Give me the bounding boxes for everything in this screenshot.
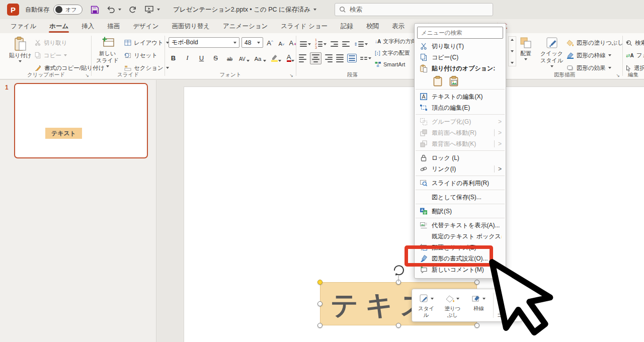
font-name-combo[interactable]: モボ-Bold bbox=[169, 37, 239, 48]
numbering-button[interactable]: 123 bbox=[315, 38, 327, 50]
menu-item-24[interactable]: 図形の書式設定(O)... bbox=[415, 253, 506, 264]
submenu-divider bbox=[494, 140, 495, 147]
selection-handle-6[interactable] bbox=[396, 323, 401, 328]
size-position-icon bbox=[420, 243, 428, 252]
align-right-button[interactable] bbox=[325, 54, 333, 62]
mini-outline-button[interactable]: 枠線 bbox=[466, 291, 492, 319]
menu-item-13[interactable]: リンク(I)> bbox=[415, 163, 506, 175]
menu-item-12[interactable]: ロック (L) bbox=[415, 152, 506, 163]
menu-item-15[interactable]: スライドの再利用(R) bbox=[415, 178, 506, 189]
text-highlight-button[interactable] bbox=[271, 52, 281, 63]
tab-9[interactable]: 校閲 bbox=[360, 19, 385, 33]
tab-7[interactable]: スライド ショー bbox=[274, 19, 334, 33]
shadow-strike-button[interactable]: ab bbox=[225, 52, 234, 63]
find-button[interactable]: 検索と bbox=[626, 37, 644, 48]
mini-style-button[interactable]: スタイ ル bbox=[413, 291, 439, 319]
italic-button[interactable]: I bbox=[183, 52, 192, 63]
redo-icon[interactable] bbox=[128, 5, 137, 14]
menu-item-17[interactable]: 図として保存(S)... bbox=[415, 192, 506, 203]
menu-item-21[interactable]: 代替テキストを表示(A)... bbox=[415, 220, 506, 231]
selection-handle-1[interactable] bbox=[396, 280, 401, 285]
tab-5[interactable]: 画面切り替え bbox=[165, 19, 216, 33]
decrease-font-button[interactable]: A˅ bbox=[277, 37, 286, 48]
smartart-label: SmartArt bbox=[383, 61, 405, 67]
paste-keep-source-icon[interactable] bbox=[432, 75, 444, 87]
shape-outline-button[interactable]: 図形の枠線 bbox=[567, 50, 629, 61]
menu-item-22[interactable]: 既定のテキスト ボックスに設定(D) bbox=[415, 231, 506, 242]
selection-handle-2[interactable] bbox=[474, 280, 479, 285]
slideshow-icon[interactable] bbox=[144, 5, 154, 14]
outline-icon bbox=[472, 295, 481, 303]
increase-indent-button[interactable] bbox=[342, 41, 350, 47]
menu-item-6[interactable]: 頂点の編集(E) bbox=[415, 102, 506, 113]
mini-toolbar: スタイ ル 塗りつ ぶし 枠線 新しい コメント bbox=[412, 289, 522, 322]
tab-1[interactable]: ホーム bbox=[43, 19, 75, 33]
layout-button[interactable]: レイアウト bbox=[124, 37, 169, 48]
reset-button[interactable]: リセット bbox=[124, 50, 169, 61]
justify-button[interactable] bbox=[336, 54, 344, 62]
selection-handle-7[interactable] bbox=[474, 323, 479, 328]
underline-button[interactable]: U bbox=[197, 52, 206, 63]
shape-gallery-scroll[interactable] bbox=[508, 36, 516, 66]
align-center-button[interactable] bbox=[310, 52, 321, 64]
arrange-dropdown-icon bbox=[524, 58, 527, 60]
undo-icon[interactable] bbox=[106, 5, 115, 14]
search-box[interactable]: 検索 bbox=[335, 3, 493, 16]
menu-search-input[interactable]: メニューの検索 bbox=[417, 27, 503, 39]
tab-8[interactable]: 記録 bbox=[334, 19, 360, 33]
tab-4[interactable]: デザイン bbox=[126, 19, 165, 33]
increase-font-button[interactable]: A^ bbox=[265, 37, 275, 48]
mini-new-comment-button[interactable]: 新しい コメント bbox=[495, 291, 521, 319]
strikethrough-button[interactable]: S bbox=[211, 52, 220, 63]
selection-handle-5[interactable] bbox=[317, 323, 323, 328]
slide-thumbnail[interactable]: テキスト bbox=[14, 83, 148, 158]
replace-fonts-button[interactable]: ⇄A フォント bbox=[626, 50, 644, 61]
autosave-toggle[interactable]: オフ bbox=[53, 5, 83, 15]
font-color-button[interactable]: A bbox=[286, 52, 295, 63]
save-icon[interactable] bbox=[91, 6, 99, 14]
bullets-button[interactable] bbox=[300, 41, 311, 47]
slide-thumbnail-panel[interactable]: 1 テキスト bbox=[0, 80, 156, 342]
smartart-button[interactable]: SmartArt bbox=[375, 59, 420, 69]
menu-item-23[interactable]: 配置とサイズ(Z) bbox=[415, 242, 506, 253]
bold-button[interactable]: B bbox=[169, 52, 178, 63]
columns-button[interactable] bbox=[360, 57, 371, 60]
menu-item-25[interactable]: 新しいコメント(M) bbox=[415, 264, 506, 275]
font-dialog-launcher-icon[interactable]: ↘ bbox=[289, 73, 293, 78]
paste-button[interactable]: 貼り付け bbox=[9, 36, 32, 62]
decrease-indent-button[interactable] bbox=[331, 41, 338, 47]
line-spacing-button[interactable]: ⇕ bbox=[354, 41, 368, 47]
tab-0[interactable]: ファイル bbox=[4, 19, 43, 33]
font-size-combo[interactable]: 48 bbox=[242, 37, 263, 48]
paste-picture-icon[interactable] bbox=[448, 75, 460, 87]
adjust-handle[interactable] bbox=[317, 280, 323, 285]
align-left-button[interactable] bbox=[299, 54, 306, 62]
text-direction-button[interactable]: ↓A 文字列の方向 bbox=[375, 36, 420, 46]
align-text-button[interactable]: [↕] 文字の配置 bbox=[375, 48, 420, 58]
document-title[interactable]: プレゼンテーション2.pptx • この PC に保存済み bbox=[173, 6, 316, 14]
menu-item-5[interactable]: テキストの編集(X) bbox=[415, 91, 506, 102]
drawing-dialog-launcher-icon[interactable]: ↘ bbox=[616, 73, 620, 78]
tab-2[interactable]: 挿入 bbox=[75, 19, 101, 33]
tab-6[interactable]: アニメーション bbox=[216, 19, 274, 33]
ribbon-group-paragraph: 123 ⇕ ↓A 文字列の方向 [↕] 文字の配置 bbox=[297, 33, 414, 79]
layout-icon bbox=[124, 40, 131, 46]
distribute-button[interactable] bbox=[347, 54, 357, 62]
change-case-button[interactable]: Aa bbox=[254, 52, 266, 63]
arrange-button[interactable]: 配置 bbox=[519, 36, 532, 60]
tab-10[interactable]: 表示 bbox=[385, 19, 411, 33]
selection-handle-3[interactable] bbox=[317, 301, 323, 306]
tab-3[interactable]: 描画 bbox=[101, 19, 126, 33]
clipboard-dialog-launcher-icon[interactable]: ↘ bbox=[85, 73, 89, 78]
menu-item-1[interactable]: コピー(C) bbox=[415, 52, 506, 63]
menu-item-19[interactable]: 翻訳(S) bbox=[415, 206, 506, 217]
menu-item-0[interactable]: 切り取り(T) bbox=[415, 41, 506, 52]
undo-dropdown-icon[interactable] bbox=[118, 9, 121, 11]
character-spacing-button[interactable]: AV bbox=[239, 52, 250, 63]
quick-styles-button[interactable]: クイック スタイル bbox=[540, 36, 563, 67]
new-slide-button[interactable]: 新しい スライド bbox=[96, 36, 119, 67]
shape-fill-button[interactable]: 図形の塗りつぶし bbox=[567, 37, 629, 48]
mini-fill-button[interactable]: 塗りつ ぶし bbox=[439, 291, 465, 319]
menu-item-2[interactable]: 貼り付けのオプション: bbox=[415, 63, 506, 74]
qat-customize-icon[interactable] bbox=[157, 9, 160, 11]
